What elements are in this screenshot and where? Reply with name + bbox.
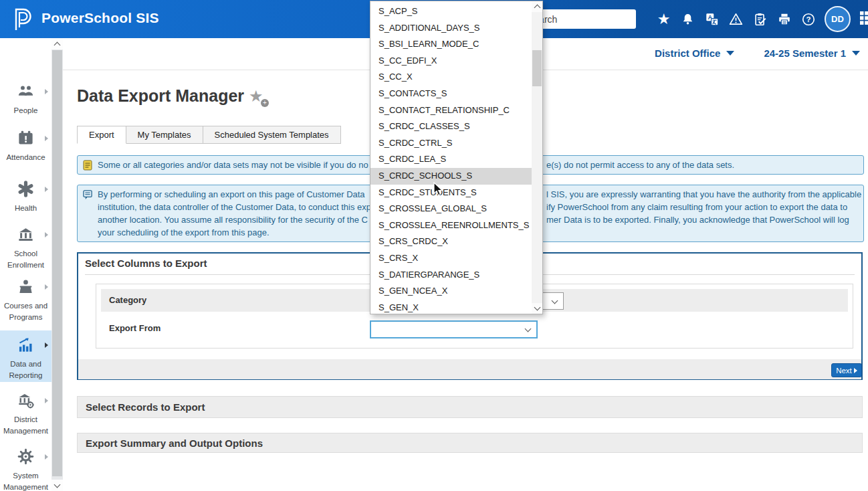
disclaimer-line: mer Data is to be exported. Finally, you… <box>546 215 849 225</box>
tab-scheduled-system-templates[interactable]: Scheduled System Templates <box>203 126 341 144</box>
list-item[interactable]: S_ADDITIONAL_DAYS_S <box>370 20 532 37</box>
school-enrollment-icon <box>17 225 35 243</box>
sidebar-item-label: District Management <box>0 414 51 436</box>
scrollbar-thumb[interactable] <box>52 50 62 476</box>
select-records-section-header[interactable]: Select Records to Export <box>77 396 863 418</box>
caret-down-icon <box>726 51 734 56</box>
scroll-down-button[interactable] <box>51 480 63 491</box>
tab-my-templates[interactable]: My Templates <box>126 126 203 144</box>
list-item[interactable]: S_CC_X <box>370 69 532 86</box>
tab-bar: Export My Templates Scheduled System Tem… <box>77 126 341 144</box>
favorites-star-icon[interactable]: ★ <box>656 11 671 27</box>
sidebar-item-district-management[interactable]: District Management <box>0 391 51 436</box>
list-item[interactable]: S_GEN_X <box>370 300 532 316</box>
tab-export[interactable]: Export <box>77 126 126 144</box>
export-from-dropdown-list: S_ACP_S S_ADDITIONAL_DAYS_S S_BSI_LEARN_… <box>370 1 543 314</box>
sidebar-item-system-management[interactable]: System Management <box>0 448 51 491</box>
list-item[interactable]: S_CRS_X <box>370 250 532 267</box>
list-item-highlighted[interactable]: S_CRDC_SCHOOLS_S <box>370 168 532 185</box>
help-icon[interactable]: ? <box>800 11 816 27</box>
district-management-icon <box>17 391 35 409</box>
dropdown-options: S_ACP_S S_ADDITIONAL_DAYS_S S_BSI_LEARN_… <box>370 3 532 316</box>
list-item[interactable]: S_CONTACTS_S <box>370 86 532 102</box>
list-item[interactable]: S_CRDC_CLASSES_S <box>370 118 532 135</box>
panel-title: Select Columns to Export <box>85 258 207 269</box>
list-item[interactable]: S_CROSSLEA_GLOBAL_S <box>370 201 532 217</box>
sidebar-item-label: Courses and Programs <box>0 300 51 322</box>
svg-text:?: ? <box>806 15 810 23</box>
chevron-right-icon <box>45 284 48 290</box>
chevron-right-icon <box>45 342 48 348</box>
school-selector-label: District Office <box>655 47 720 59</box>
school-selector[interactable]: District Office <box>655 47 734 59</box>
sidebar-item-label: Attendance <box>0 152 51 163</box>
disclaimer-line: ify PowerSchool from any claim resulting… <box>546 202 847 212</box>
apps-grid-icon[interactable] <box>859 11 868 28</box>
plus-badge-icon: + <box>261 99 269 107</box>
sidebar-item-data-and-reporting[interactable]: Data and Reporting <box>0 336 51 381</box>
list-item[interactable]: S_CC_EDFI_X <box>370 53 532 70</box>
list-item[interactable]: S_CRDC_STUDENTS_S <box>370 185 532 201</box>
term-selector-label: 24-25 Semester 1 <box>764 47 846 59</box>
list-item[interactable]: S_CROSSLEA_REENROLLMENTS_S <box>370 217 532 234</box>
notice-text-left: Some or all categories and/or data sets … <box>98 160 368 170</box>
data-reporting-icon <box>17 336 35 354</box>
sidebar-item-label: Data and Reporting <box>0 359 51 381</box>
list-item[interactable]: S_CRDC_LEA_S <box>370 151 532 168</box>
section-title: Select Records to Export <box>86 401 205 413</box>
add-to-favorites-button[interactable]: ★ + <box>249 88 269 107</box>
arrow-right-icon <box>854 368 857 373</box>
export-from-select[interactable] <box>370 320 538 338</box>
list-item[interactable]: S_BSI_LEARN_MODE_C <box>370 36 532 53</box>
list-item[interactable]: S_DATIERGPARANGE_S <box>370 267 532 284</box>
export-summary-section-header[interactable]: Export Summary and Output Options <box>77 433 863 453</box>
health-icon <box>17 180 35 198</box>
courses-icon <box>17 278 35 296</box>
dropdown-scrollbar[interactable] <box>532 1 542 314</box>
page-scrollbar[interactable] <box>51 38 63 491</box>
list-item[interactable]: S_ACP_S <box>370 3 532 20</box>
disclaimer-line: By performing or scheduling an export on… <box>98 189 365 199</box>
list-item[interactable]: S_CONTACT_RELATIONSHIP_C <box>370 102 532 119</box>
scroll-up-button[interactable] <box>532 1 542 12</box>
sidebar-item-courses[interactable]: Courses and Programs <box>0 278 51 322</box>
powerschool-logo-icon[interactable] <box>9 6 35 33</box>
list-item[interactable]: S_CRDC_CTRL_S <box>370 135 532 152</box>
term-selector[interactable]: 24-25 Semester 1 <box>764 47 860 59</box>
disclaimer-line: your scheduling of the export from this … <box>98 227 269 237</box>
sidebar-item-label: Health <box>0 203 51 214</box>
user-avatar[interactable]: DD <box>825 6 851 32</box>
next-button[interactable]: Next <box>831 363 862 377</box>
translate-icon[interactable]: A <box>704 11 720 27</box>
sidebar-item-school-enrollment[interactable]: School Enrollment <box>0 225 51 270</box>
page-title: Data Export Manager <box>77 86 244 106</box>
disclaimer-line: institution, the data controller of the … <box>98 202 371 212</box>
chevron-right-icon <box>45 398 48 403</box>
chevron-right-icon <box>45 89 48 94</box>
notifications-bell-icon[interactable] <box>680 11 695 27</box>
sidebar-item-label: System Management <box>0 470 51 491</box>
print-icon[interactable] <box>776 11 792 27</box>
sidebar-item-attendance[interactable]: Attendance <box>0 129 51 163</box>
scrollbar-thumb[interactable] <box>532 50 542 86</box>
panel-footer <box>78 359 861 379</box>
sidebar-item-people[interactable]: People <box>0 82 51 116</box>
list-item[interactable]: S_CRS_CRDC_X <box>370 233 532 250</box>
speech-bubble-icon <box>83 190 93 200</box>
topbar-icon-row: ★ A ? <box>656 0 868 38</box>
context-bar: District Office 24-25 Semester 1 <box>655 47 860 59</box>
list-item[interactable]: S_GEN_NCEA_X <box>370 283 532 300</box>
scroll-up-button[interactable] <box>51 38 63 50</box>
caret-down-icon <box>852 51 860 56</box>
alerts-warning-icon[interactable] <box>728 11 744 27</box>
app-title: PowerSchool SIS <box>41 10 159 26</box>
disclaimer-line: another location. You assume all respons… <box>98 215 368 225</box>
system-management-icon <box>17 448 35 466</box>
category-label: Category <box>109 295 146 305</box>
people-icon <box>17 82 35 100</box>
scroll-down-button[interactable] <box>532 303 542 314</box>
report-clipboard-icon[interactable] <box>752 11 768 27</box>
chevron-right-icon <box>45 187 48 192</box>
sidebar-item-health[interactable]: Health <box>0 180 51 214</box>
sidebar-nav: People Attendance Health School Enrollme… <box>0 38 52 491</box>
